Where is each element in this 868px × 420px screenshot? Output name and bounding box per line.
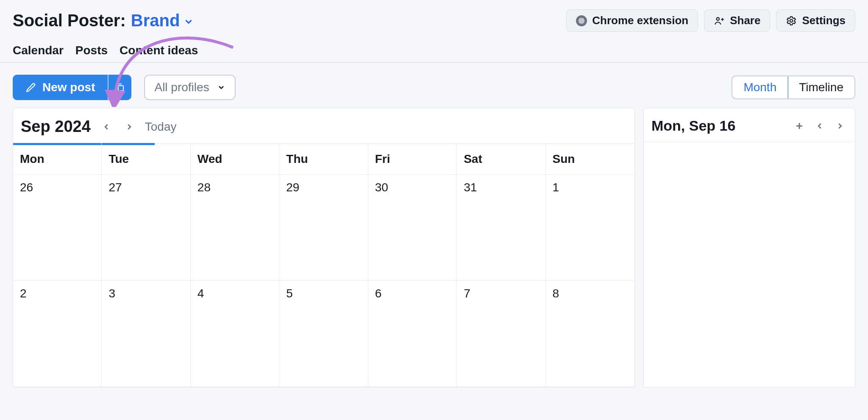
calendar-cell[interactable]: 26 xyxy=(13,175,102,281)
tab-calendar[interactable]: Calendar xyxy=(13,44,64,57)
calendar-cell[interactable]: 30 xyxy=(368,175,457,281)
brand-label: Brand xyxy=(131,11,180,30)
profiles-dropdown[interactable]: All profiles xyxy=(144,75,235,100)
calendar-row: 26 27 28 29 30 31 1 xyxy=(13,175,634,281)
settings-label: Settings xyxy=(802,14,846,27)
share-button[interactable]: Share xyxy=(704,9,770,32)
prev-day-button[interactable] xyxy=(812,119,827,133)
chevron-down-icon xyxy=(183,16,194,27)
settings-button[interactable]: Settings xyxy=(776,9,855,32)
tab-content-ideas[interactable]: Content ideas xyxy=(120,44,198,57)
chrome-icon xyxy=(576,15,587,26)
main-tabs: Calendar Posts Content ideas xyxy=(0,36,868,63)
weekday-head: Fri xyxy=(368,144,457,175)
view-switch: Month Timeline xyxy=(732,76,855,99)
chrome-extension-button[interactable]: Chrome extension xyxy=(566,9,698,32)
new-post-group: New post xyxy=(13,75,131,100)
calendar-cell[interactable]: 7 xyxy=(457,281,545,387)
weekday-head: Wed xyxy=(191,144,279,175)
weekday-head: Mon xyxy=(13,144,102,175)
calendar-cell[interactable]: 28 xyxy=(191,175,279,281)
new-post-label: New post xyxy=(42,81,95,94)
add-post-button[interactable] xyxy=(792,119,807,133)
side-panel-header: Mon, Sep 16 xyxy=(644,108,855,142)
svg-point-1 xyxy=(790,19,793,22)
calendar-cell[interactable]: 5 xyxy=(279,281,368,387)
share-icon xyxy=(714,15,725,26)
duplicate-post-button[interactable] xyxy=(108,75,131,100)
weekday-head: Sun xyxy=(546,144,634,175)
next-month-button[interactable] xyxy=(122,120,136,134)
prev-month-button[interactable] xyxy=(99,120,114,134)
share-label: Share xyxy=(730,14,760,27)
side-panel-date: Mon, Sep 16 xyxy=(651,118,784,134)
calendar-cell[interactable]: 6 xyxy=(368,281,457,387)
weekday-head: Sat xyxy=(457,144,545,175)
calendar-panel: Sep 2024 Today Mon Tue Wed Thu Fri Sat S… xyxy=(13,108,635,387)
weekday-head: Thu xyxy=(279,144,368,175)
new-post-button[interactable]: New post xyxy=(13,75,108,100)
gear-icon xyxy=(786,15,797,26)
calendar-header: Sep 2024 Today xyxy=(13,108,634,144)
calendar-cell[interactable]: 2 xyxy=(13,281,102,387)
calendar-cell[interactable]: 8 xyxy=(546,281,634,387)
calendar-cell[interactable]: 3 xyxy=(102,281,190,387)
toolbar-left: New post All profiles xyxy=(13,75,236,100)
calendar-cell[interactable]: 27 xyxy=(102,175,190,281)
svg-point-0 xyxy=(717,17,720,20)
tab-posts[interactable]: Posts xyxy=(75,44,108,57)
view-timeline-button[interactable]: Timeline xyxy=(788,76,854,98)
profiles-label: All profiles xyxy=(154,81,209,94)
calendar-month-label: Sep 2024 xyxy=(21,118,91,136)
header-actions: Chrome extension Share Settings xyxy=(566,9,855,32)
brand-dropdown[interactable]: Brand xyxy=(131,11,195,30)
copy-icon xyxy=(115,82,125,92)
svg-rect-2 xyxy=(118,86,123,91)
pencil-icon xyxy=(25,82,36,93)
calendar-cell[interactable]: 1 xyxy=(546,175,634,281)
toolbar: New post All profiles Month Timeline xyxy=(0,63,868,108)
chevron-down-icon xyxy=(217,83,225,92)
content: Sep 2024 Today Mon Tue Wed Thu Fri Sat S… xyxy=(0,108,868,387)
chrome-extension-label: Chrome extension xyxy=(592,14,688,27)
calendar-cell[interactable]: 4 xyxy=(191,281,279,387)
side-panel-actions xyxy=(792,119,847,133)
app-header: Social Poster: Brand Chrome extension Sh… xyxy=(0,0,868,36)
weekday-header-row: Mon Tue Wed Thu Fri Sat Sun xyxy=(13,144,634,175)
calendar-row: 2 3 4 5 6 7 8 xyxy=(13,281,634,387)
today-button[interactable]: Today xyxy=(145,120,177,134)
app-title: Social Poster: xyxy=(13,11,126,30)
title-block: Social Poster: Brand xyxy=(13,11,194,30)
day-side-panel: Mon, Sep 16 xyxy=(643,108,855,387)
calendar-cell[interactable]: 31 xyxy=(457,175,545,281)
calendar-cell[interactable]: 29 xyxy=(279,175,368,281)
next-day-button[interactable] xyxy=(833,119,847,133)
weekday-head: Tue xyxy=(102,144,190,175)
view-month-button[interactable]: Month xyxy=(732,76,788,99)
